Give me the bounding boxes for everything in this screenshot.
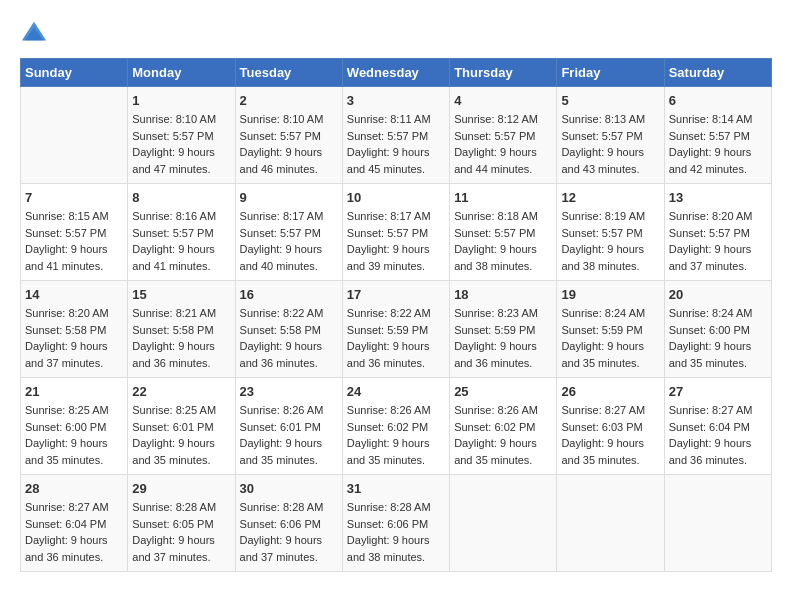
day-number: 6 (669, 93, 767, 108)
header-cell-wednesday: Wednesday (342, 59, 449, 87)
day-info: Sunrise: 8:17 AM Sunset: 5:57 PM Dayligh… (240, 208, 338, 274)
week-row-2: 14Sunrise: 8:20 AM Sunset: 5:58 PM Dayli… (21, 281, 772, 378)
header-cell-tuesday: Tuesday (235, 59, 342, 87)
day-number: 31 (347, 481, 445, 496)
day-number: 29 (132, 481, 230, 496)
day-info: Sunrise: 8:25 AM Sunset: 6:00 PM Dayligh… (25, 402, 123, 468)
day-info: Sunrise: 8:22 AM Sunset: 5:59 PM Dayligh… (347, 305, 445, 371)
day-info: Sunrise: 8:18 AM Sunset: 5:57 PM Dayligh… (454, 208, 552, 274)
day-info: Sunrise: 8:16 AM Sunset: 5:57 PM Dayligh… (132, 208, 230, 274)
calendar-cell: 6Sunrise: 8:14 AM Sunset: 5:57 PM Daylig… (664, 87, 771, 184)
week-row-3: 21Sunrise: 8:25 AM Sunset: 6:00 PM Dayli… (21, 378, 772, 475)
calendar-cell: 15Sunrise: 8:21 AM Sunset: 5:58 PM Dayli… (128, 281, 235, 378)
day-number: 14 (25, 287, 123, 302)
day-number: 9 (240, 190, 338, 205)
day-number: 19 (561, 287, 659, 302)
day-info: Sunrise: 8:10 AM Sunset: 5:57 PM Dayligh… (132, 111, 230, 177)
day-number: 17 (347, 287, 445, 302)
day-info: Sunrise: 8:12 AM Sunset: 5:57 PM Dayligh… (454, 111, 552, 177)
calendar-cell: 26Sunrise: 8:27 AM Sunset: 6:03 PM Dayli… (557, 378, 664, 475)
day-number: 28 (25, 481, 123, 496)
day-number: 13 (669, 190, 767, 205)
day-number: 30 (240, 481, 338, 496)
day-info: Sunrise: 8:26 AM Sunset: 6:02 PM Dayligh… (347, 402, 445, 468)
calendar-cell: 2Sunrise: 8:10 AM Sunset: 5:57 PM Daylig… (235, 87, 342, 184)
day-number: 5 (561, 93, 659, 108)
day-info: Sunrise: 8:27 AM Sunset: 6:04 PM Dayligh… (25, 499, 123, 565)
calendar-cell: 24Sunrise: 8:26 AM Sunset: 6:02 PM Dayli… (342, 378, 449, 475)
calendar-cell: 30Sunrise: 8:28 AM Sunset: 6:06 PM Dayli… (235, 475, 342, 572)
calendar-cell: 19Sunrise: 8:24 AM Sunset: 5:59 PM Dayli… (557, 281, 664, 378)
calendar-cell: 22Sunrise: 8:25 AM Sunset: 6:01 PM Dayli… (128, 378, 235, 475)
day-number: 22 (132, 384, 230, 399)
calendar-cell: 1Sunrise: 8:10 AM Sunset: 5:57 PM Daylig… (128, 87, 235, 184)
day-info: Sunrise: 8:28 AM Sunset: 6:05 PM Dayligh… (132, 499, 230, 565)
day-info: Sunrise: 8:27 AM Sunset: 6:03 PM Dayligh… (561, 402, 659, 468)
day-number: 26 (561, 384, 659, 399)
day-number: 2 (240, 93, 338, 108)
day-number: 15 (132, 287, 230, 302)
header-cell-saturday: Saturday (664, 59, 771, 87)
day-info: Sunrise: 8:19 AM Sunset: 5:57 PM Dayligh… (561, 208, 659, 274)
week-row-1: 7Sunrise: 8:15 AM Sunset: 5:57 PM Daylig… (21, 184, 772, 281)
day-info: Sunrise: 8:28 AM Sunset: 6:06 PM Dayligh… (347, 499, 445, 565)
calendar-cell: 8Sunrise: 8:16 AM Sunset: 5:57 PM Daylig… (128, 184, 235, 281)
calendar-table: SundayMondayTuesdayWednesdayThursdayFrid… (20, 58, 772, 572)
day-number: 23 (240, 384, 338, 399)
calendar-cell: 14Sunrise: 8:20 AM Sunset: 5:58 PM Dayli… (21, 281, 128, 378)
calendar-cell (557, 475, 664, 572)
day-number: 18 (454, 287, 552, 302)
calendar-cell: 7Sunrise: 8:15 AM Sunset: 5:57 PM Daylig… (21, 184, 128, 281)
calendar-cell: 4Sunrise: 8:12 AM Sunset: 5:57 PM Daylig… (450, 87, 557, 184)
day-info: Sunrise: 8:20 AM Sunset: 5:58 PM Dayligh… (25, 305, 123, 371)
calendar-header: SundayMondayTuesdayWednesdayThursdayFrid… (21, 59, 772, 87)
day-number: 24 (347, 384, 445, 399)
calendar-body: 1Sunrise: 8:10 AM Sunset: 5:57 PM Daylig… (21, 87, 772, 572)
week-row-4: 28Sunrise: 8:27 AM Sunset: 6:04 PM Dayli… (21, 475, 772, 572)
day-number: 27 (669, 384, 767, 399)
day-number: 11 (454, 190, 552, 205)
day-info: Sunrise: 8:13 AM Sunset: 5:57 PM Dayligh… (561, 111, 659, 177)
day-info: Sunrise: 8:11 AM Sunset: 5:57 PM Dayligh… (347, 111, 445, 177)
header-cell-monday: Monday (128, 59, 235, 87)
calendar-cell: 17Sunrise: 8:22 AM Sunset: 5:59 PM Dayli… (342, 281, 449, 378)
calendar-cell: 5Sunrise: 8:13 AM Sunset: 5:57 PM Daylig… (557, 87, 664, 184)
header-cell-sunday: Sunday (21, 59, 128, 87)
day-info: Sunrise: 8:20 AM Sunset: 5:57 PM Dayligh… (669, 208, 767, 274)
day-info: Sunrise: 8:21 AM Sunset: 5:58 PM Dayligh… (132, 305, 230, 371)
day-number: 8 (132, 190, 230, 205)
day-number: 21 (25, 384, 123, 399)
day-number: 3 (347, 93, 445, 108)
day-info: Sunrise: 8:28 AM Sunset: 6:06 PM Dayligh… (240, 499, 338, 565)
calendar-cell: 21Sunrise: 8:25 AM Sunset: 6:00 PM Dayli… (21, 378, 128, 475)
calendar-cell: 20Sunrise: 8:24 AM Sunset: 6:00 PM Dayli… (664, 281, 771, 378)
day-number: 4 (454, 93, 552, 108)
day-info: Sunrise: 8:10 AM Sunset: 5:57 PM Dayligh… (240, 111, 338, 177)
calendar-cell: 3Sunrise: 8:11 AM Sunset: 5:57 PM Daylig… (342, 87, 449, 184)
page-header (20, 20, 772, 48)
calendar-cell: 12Sunrise: 8:19 AM Sunset: 5:57 PM Dayli… (557, 184, 664, 281)
header-cell-thursday: Thursday (450, 59, 557, 87)
calendar-cell: 13Sunrise: 8:20 AM Sunset: 5:57 PM Dayli… (664, 184, 771, 281)
day-info: Sunrise: 8:27 AM Sunset: 6:04 PM Dayligh… (669, 402, 767, 468)
logo (20, 20, 52, 48)
calendar-cell (21, 87, 128, 184)
day-info: Sunrise: 8:23 AM Sunset: 5:59 PM Dayligh… (454, 305, 552, 371)
header-row: SundayMondayTuesdayWednesdayThursdayFrid… (21, 59, 772, 87)
day-info: Sunrise: 8:25 AM Sunset: 6:01 PM Dayligh… (132, 402, 230, 468)
day-info: Sunrise: 8:17 AM Sunset: 5:57 PM Dayligh… (347, 208, 445, 274)
day-number: 25 (454, 384, 552, 399)
day-number: 7 (25, 190, 123, 205)
calendar-cell: 18Sunrise: 8:23 AM Sunset: 5:59 PM Dayli… (450, 281, 557, 378)
calendar-cell: 28Sunrise: 8:27 AM Sunset: 6:04 PM Dayli… (21, 475, 128, 572)
day-number: 1 (132, 93, 230, 108)
calendar-cell: 11Sunrise: 8:18 AM Sunset: 5:57 PM Dayli… (450, 184, 557, 281)
calendar-cell: 23Sunrise: 8:26 AM Sunset: 6:01 PM Dayli… (235, 378, 342, 475)
day-number: 10 (347, 190, 445, 205)
day-number: 16 (240, 287, 338, 302)
calendar-cell: 25Sunrise: 8:26 AM Sunset: 6:02 PM Dayli… (450, 378, 557, 475)
day-info: Sunrise: 8:26 AM Sunset: 6:01 PM Dayligh… (240, 402, 338, 468)
calendar-cell: 16Sunrise: 8:22 AM Sunset: 5:58 PM Dayli… (235, 281, 342, 378)
day-number: 20 (669, 287, 767, 302)
header-cell-friday: Friday (557, 59, 664, 87)
